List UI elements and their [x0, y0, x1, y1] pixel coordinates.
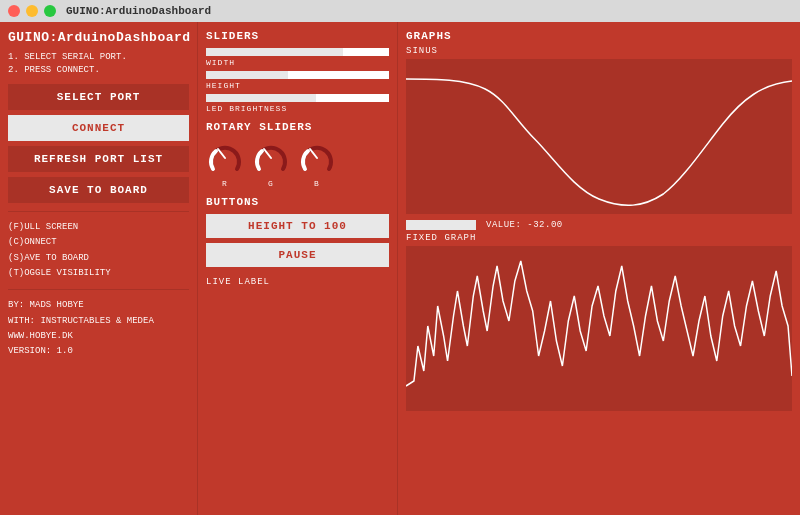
- slider-height-track[interactable]: [206, 71, 389, 79]
- save-to-board-button[interactable]: SAVE TO BOARD: [8, 177, 189, 203]
- info-author: BY: MADS HOBYE: [8, 298, 189, 313]
- sidebar-divider2: [8, 289, 189, 290]
- svg-line-1: [264, 149, 271, 158]
- rotary-g-label: G: [268, 179, 274, 188]
- svg-line-0: [218, 149, 225, 158]
- value-text: VALUE: -32.00: [486, 220, 563, 230]
- rotary-g-knob[interactable]: [252, 139, 290, 177]
- sidebar-title: GUINO:ArduinoDashboard: [8, 30, 189, 45]
- maximize-button[interactable]: [44, 5, 56, 17]
- rotary-row: R G: [206, 139, 389, 188]
- sidebar-instructions: 1. SELECT SERIAL PORT. 2. PRESS CONNECT.: [8, 51, 189, 76]
- live-label-text: LIVE LABEL: [206, 277, 389, 287]
- rotary-title: ROTARY SLIDERS: [206, 121, 389, 133]
- slider-height-fill: [206, 71, 288, 79]
- shortcut-connect: (C)ONNECT: [8, 235, 189, 250]
- rotary-r-item: R: [206, 139, 244, 188]
- window-title: GUINO:ArduinoDashboard: [66, 5, 211, 17]
- fixed-graph-label: FIXED GRAPH: [406, 233, 792, 243]
- shortcut-fullscreen: (F)ULL SCREEN: [8, 220, 189, 235]
- svg-line-2: [310, 149, 317, 158]
- slider-height-group: HEIGHT: [206, 71, 389, 90]
- app-body: GUINO:ArduinoDashboard 1. SELECT SERIAL …: [0, 22, 800, 515]
- rotary-section: ROTARY SLIDERS R: [206, 121, 389, 188]
- pause-button[interactable]: PAUSE: [206, 243, 389, 267]
- rotary-b-item: B: [298, 139, 336, 188]
- step1-text: 1. SELECT SERIAL PORT.: [8, 51, 189, 64]
- buttons-section: BUTTONS HEIGHT TO 100 PAUSE: [206, 196, 389, 267]
- refresh-port-list-button[interactable]: REFRESH PORT LIST: [8, 146, 189, 172]
- rotary-r-label: R: [222, 179, 228, 188]
- slider-led-label: LED BRIGHTNESS: [206, 104, 389, 113]
- close-button[interactable]: [8, 5, 20, 17]
- rotary-b-knob[interactable]: [298, 139, 336, 177]
- slider-led-track[interactable]: [206, 94, 389, 102]
- select-port-button[interactable]: SELECT PORT: [8, 84, 189, 110]
- slider-led-fill: [206, 94, 316, 102]
- info-version: VERSION: 1.0: [8, 344, 189, 359]
- graphs-panel: GRAPHS SINUS VALUE: -32.00 FIXED GRAPH: [398, 22, 800, 515]
- minimize-button[interactable]: [26, 5, 38, 17]
- slider-width-fill: [206, 48, 343, 56]
- slider-height-label: HEIGHT: [206, 81, 389, 90]
- rotary-b-label: B: [314, 179, 320, 188]
- sliders-title: SLIDERS: [206, 30, 389, 42]
- shortcut-save: (S)AVE TO BOARD: [8, 251, 189, 266]
- slider-led-group: LED BRIGHTNESS: [206, 94, 389, 113]
- sinus-label: SINUS: [406, 46, 792, 56]
- rotary-g-item: G: [252, 139, 290, 188]
- sidebar-divider: [8, 211, 189, 212]
- info-with: WITH: INSTRUCTABLES & MEDEA: [8, 314, 189, 329]
- sinus-graph: [406, 59, 792, 214]
- slider-width-label: WIDTH: [206, 58, 389, 67]
- height-to-100-button[interactable]: HEIGHT TO 100: [206, 214, 389, 238]
- graphs-title: GRAPHS: [406, 30, 792, 42]
- slider-width-track[interactable]: [206, 48, 389, 56]
- live-label-section: LIVE LABEL: [206, 277, 389, 287]
- sidebar-info: BY: MADS HOBYE WITH: INSTRUCTABLES & MED…: [8, 298, 189, 359]
- fixed-graph-section: VALUE: -32.00 FIXED GRAPH: [406, 220, 792, 411]
- middle-panel: SLIDERS WIDTH HEIGHT LED BRIGHTNESS ROTA…: [198, 22, 398, 515]
- value-display: VALUE: -32.00: [406, 220, 792, 230]
- shortcut-toggle: (T)OGGLE VISIBILITY: [8, 266, 189, 281]
- step2-text: 2. PRESS CONNECT.: [8, 64, 189, 77]
- connect-button[interactable]: CONNECT: [8, 115, 189, 141]
- fixed-graph: [406, 246, 792, 411]
- value-bar: [406, 220, 476, 230]
- buttons-title: BUTTONS: [206, 196, 389, 208]
- slider-width-group: WIDTH: [206, 48, 389, 67]
- rotary-r-knob[interactable]: [206, 139, 244, 177]
- sidebar-shortcuts: (F)ULL SCREEN (C)ONNECT (S)AVE TO BOARD …: [8, 220, 189, 281]
- title-bar: GUINO:ArduinoDashboard: [0, 0, 800, 22]
- info-website: WWW.HOBYE.DK: [8, 329, 189, 344]
- sidebar: GUINO:ArduinoDashboard 1. SELECT SERIAL …: [0, 22, 198, 515]
